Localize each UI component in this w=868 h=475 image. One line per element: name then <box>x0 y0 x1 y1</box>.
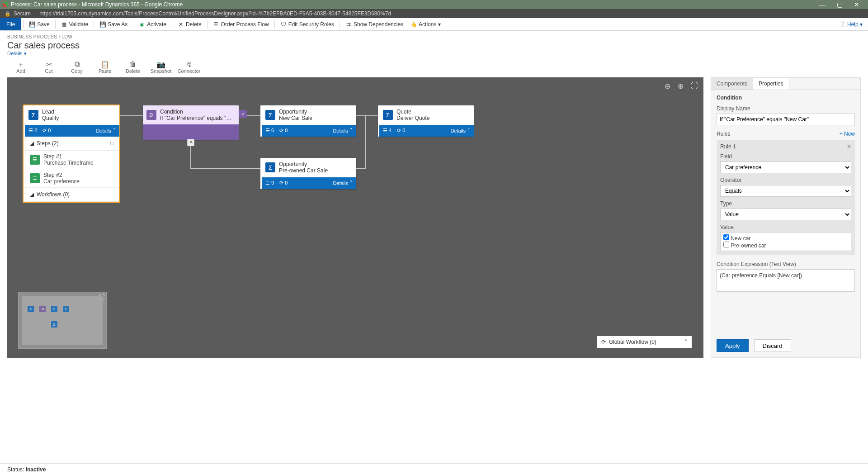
close-window-button[interactable]: ✕ <box>848 0 865 9</box>
stage-entity-label: Lead <box>42 109 59 115</box>
stage-name-label: New Car Sale <box>279 115 312 121</box>
connector-line <box>119 115 143 116</box>
connector-line <box>190 168 260 169</box>
rule-title-label: Rule 1 <box>720 143 736 150</box>
show-dependencies-button[interactable]: ⇉Show Dependencies <box>342 18 407 30</box>
grid-icon: ▦ <box>61 21 67 28</box>
stage-details-toggle[interactable]: Details ˄ <box>96 128 116 133</box>
tab-properties[interactable]: Properties <box>753 78 789 90</box>
discard-button[interactable]: Discard <box>754 339 791 352</box>
tab-components[interactable]: Components <box>711 78 753 90</box>
type-select[interactable]: Value <box>720 209 851 220</box>
delete-button[interactable]: ✕Delete <box>174 18 205 30</box>
maximize-button[interactable]: ▢ <box>831 0 848 9</box>
rule-block: Rule 1 ✕ Field Car preference Operator E… <box>717 140 855 255</box>
steps-count-icon: ☰ 6 <box>265 128 274 133</box>
steps-section-header[interactable]: ◢Steps (2)↑↓ <box>25 137 119 151</box>
value-option-preowned[interactable] <box>723 242 729 247</box>
reorder-arrows[interactable]: ↑↓ <box>109 140 114 147</box>
condition-node[interactable]: ⚞ ConditionIf "Car Preference" equals "N… <box>143 105 239 140</box>
connector-line <box>365 115 366 169</box>
stage-icon: Σ <box>265 110 275 120</box>
actions-menu[interactable]: 👆Actions ▾ <box>407 18 444 30</box>
stage-details-toggle[interactable]: Details ˅ <box>333 180 353 186</box>
rule-close-icon[interactable]: ✕ <box>847 143 851 150</box>
stage-name-label: Qualify <box>42 115 59 121</box>
minimap[interactable]: ⛶ Σ ⚞ Σ Σ Σ <box>18 292 107 349</box>
copy-action[interactable]: ⧉Copy <box>67 60 87 74</box>
stage-entity-label: Opportunity <box>279 109 312 115</box>
page-title: Car sales process <box>7 40 861 51</box>
file-menu[interactable]: File <box>0 18 21 30</box>
zoom-in-button[interactable]: ⊕ <box>678 82 684 90</box>
paste-action[interactable]: 📋Paste <box>95 60 115 74</box>
value-box: New car Pre-owned car <box>720 232 851 251</box>
connector-action[interactable]: ↯Connector <box>179 60 199 74</box>
steps-count-icon: ☰ 9 <box>265 180 274 186</box>
order-flow-button[interactable]: ☰Order Process Flow <box>209 18 273 30</box>
add-action[interactable]: ＋Add <box>11 60 31 74</box>
save-as-button[interactable]: 💾Save As <box>96 18 131 30</box>
connector-line <box>356 115 378 116</box>
workflows-section-header[interactable]: ◢Workflows (0) <box>25 188 119 202</box>
stage-name-label: Deliver Quote <box>396 115 429 121</box>
snapshot-action[interactable]: 📷Snapshot <box>151 60 171 74</box>
global-workflow-bar[interactable]: ⟳ Global Workflow (0) ˄ <box>597 336 692 348</box>
section-heading: Condition <box>717 95 855 101</box>
caret-icon: ◢ <box>30 191 34 198</box>
properties-panel: Components Properties Condition Display … <box>711 77 861 358</box>
chevron-down-icon: ˅ <box>467 128 470 133</box>
expression-label: Condition Expression (Text View) <box>717 261 855 267</box>
rules-label: Rules <box>717 131 731 137</box>
display-name-input[interactable] <box>717 114 855 125</box>
stage-opportunity-preowned[interactable]: Σ OpportunityPre-owned Car Sale ☰ 9⟳ 0 D… <box>260 158 356 189</box>
delete-action[interactable]: 🗑Delete <box>123 60 143 74</box>
caret-icon: ◢ <box>30 140 34 147</box>
stage-icon: Σ <box>383 110 393 120</box>
step-name-label: Purchase Timeframe <box>43 160 94 166</box>
stage-details-toggle[interactable]: Details ˅ <box>450 128 470 133</box>
steps-count-icon: ☰ 2 <box>28 128 37 133</box>
stage-details-toggle[interactable]: Details ˅ <box>333 128 353 133</box>
new-rule-link[interactable]: + New <box>840 131 855 137</box>
validate-button[interactable]: ▦Validate <box>57 18 92 30</box>
stage-lead[interactable]: Σ LeadQualify ☰ 2⟳ 0 Details ˄ ◢Steps (2… <box>24 105 119 202</box>
cut-action[interactable]: ✂Cut <box>39 60 59 74</box>
help-link[interactable]: ❔ Help ▾ <box>839 21 863 28</box>
save-button[interactable]: 💾Save <box>25 18 53 30</box>
designer-toolbar: ＋Add ✂Cut ⧉Copy 📋Paste 🗑Delete 📷Snapshot… <box>0 58 868 77</box>
page-header: BUSINESS PROCESS FLOW Car sales process … <box>0 31 868 58</box>
condition-true-badge: ✓ <box>239 110 247 118</box>
field-select[interactable]: Car preference <box>720 162 851 173</box>
step-item[interactable]: ☰ Step #2Car preference <box>25 169 119 188</box>
step-number-label: Step #2 <box>43 172 80 178</box>
minimize-button[interactable]: — <box>814 0 831 9</box>
chevron-up-icon: ˄ <box>684 339 687 345</box>
zoom-out-button[interactable]: ⊖ <box>665 82 670 90</box>
condition-name-label: If "Car Preference" equals "New ... <box>160 115 235 121</box>
edit-security-button[interactable]: 🛡Edit Security Roles <box>277 18 338 30</box>
step-number-label: Step #1 <box>43 153 94 160</box>
shield-icon: 🛡 <box>280 21 287 28</box>
operator-select[interactable]: Equals <box>720 185 851 197</box>
details-toggle[interactable]: Details ▾ <box>7 51 861 57</box>
condition-delete-handle[interactable]: ✕ <box>187 139 194 146</box>
apply-button[interactable]: Apply <box>717 339 749 352</box>
fit-screen-button[interactable]: ⛶ <box>691 82 698 90</box>
delete-x-icon: ✕ <box>178 21 184 28</box>
timer-icon: ⟳ 0 <box>42 128 51 133</box>
value-option-newcar[interactable] <box>723 234 729 240</box>
step-icon: ☰ <box>30 173 40 183</box>
titlebar: Process: Car sales process - Microsoft D… <box>0 0 868 9</box>
designer-canvas[interactable]: ⊖ ⊕ ⛶ Σ LeadQualify ☰ 2⟳ 0 Details ˄ ◢St… <box>7 77 703 358</box>
expression-textview: (Car preference Equals [New car]) <box>717 269 855 292</box>
step-icon: ☰ <box>30 155 40 165</box>
chevron-down-icon: ˅ <box>350 180 353 186</box>
stage-quote[interactable]: Σ QuoteDeliver Quote ☰ 4⟳ 0 Details ˅ <box>378 105 474 137</box>
stage-opportunity-new[interactable]: Σ OpportunityNew Car Sale ☰ 6⟳ 0 Details… <box>260 105 356 137</box>
step-item[interactable]: ☰ Step #1Purchase Timeframe <box>25 151 119 169</box>
save-as-icon: 💾 <box>99 21 106 28</box>
activate-button[interactable]: ◉Activate <box>135 18 170 30</box>
timer-icon: ⟳ 0 <box>279 180 288 186</box>
timer-icon: ⟳ 0 <box>279 128 288 133</box>
